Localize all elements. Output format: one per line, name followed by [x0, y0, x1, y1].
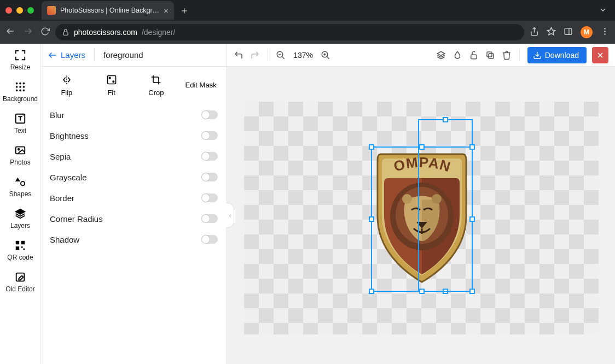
delete-icon[interactable]	[502, 50, 512, 60]
selection-handle[interactable]	[419, 289, 425, 294]
bookmark-icon[interactable]	[547, 27, 556, 38]
rail-photos[interactable]: Photos	[10, 144, 30, 166]
maximize-window-button[interactable]	[27, 7, 34, 14]
rail-qrcode[interactable]: QR code	[7, 239, 33, 261]
undo-button[interactable]	[234, 50, 243, 60]
zoom-value[interactable]: 137%	[292, 51, 314, 60]
rail-old-editor[interactable]: Old Editor	[5, 271, 34, 293]
profile-avatar[interactable]: M	[581, 26, 593, 38]
selection-handle[interactable]	[369, 216, 374, 222]
rail-background[interactable]: Background	[3, 81, 38, 103]
canvas-document[interactable]: COMPANY	[244, 102, 599, 334]
svg-point-12	[23, 83, 25, 85]
url-domain: photoscissors.com	[74, 28, 137, 37]
svg-point-8	[604, 31, 606, 32]
selection-handle[interactable]	[369, 144, 374, 150]
svg-rect-48	[487, 52, 492, 57]
prop-corner-radius: Corner Radius	[50, 208, 218, 229]
back-to-layers-link[interactable]: Layers	[48, 50, 85, 60]
tool-edit-mask[interactable]: Edit Mask	[182, 74, 220, 97]
download-button[interactable]: Download	[527, 47, 587, 63]
selection-handle[interactable]	[469, 216, 475, 222]
svg-rect-5	[565, 28, 572, 34]
toggle-blur[interactable]	[201, 110, 218, 119]
selection-handle[interactable]	[469, 289, 475, 294]
rail-layers[interactable]: Layers	[10, 208, 30, 230]
new-tab-button[interactable]: ＋	[179, 4, 189, 17]
foreground-layer-image[interactable]: COMPANY	[375, 151, 468, 284]
selection-handle[interactable]	[419, 144, 425, 150]
svg-rect-2	[63, 32, 68, 35]
tab-bar: PhotoScissors | Online Backgr… × ＋	[0, 0, 615, 21]
selection-handle[interactable]	[443, 289, 448, 294]
back-button[interactable]	[5, 26, 15, 38]
rail-shapes[interactable]: Shapes	[9, 176, 32, 198]
duplicate-icon[interactable]	[485, 50, 495, 60]
browser-actions: M	[530, 26, 610, 38]
tool-crop[interactable]: Crop	[137, 74, 175, 97]
close-editor-button[interactable]	[592, 47, 608, 63]
tool-fit[interactable]: Fit	[92, 74, 131, 97]
share-icon[interactable]	[530, 27, 539, 38]
svg-marker-45	[437, 51, 445, 56]
minimize-window-button[interactable]	[16, 7, 23, 14]
close-window-button[interactable]	[5, 7, 12, 14]
toggle-sepia[interactable]	[201, 152, 218, 161]
redo-button[interactable]	[250, 50, 260, 60]
svg-point-16	[16, 90, 18, 92]
side-panel: Layers foreground Flip Fit Crop Edit Mas…	[41, 44, 227, 364]
svg-rect-28	[21, 241, 25, 244]
svg-rect-31	[23, 249, 25, 250]
panel-collapse-handle[interactable]: ‹	[227, 203, 234, 228]
canvas-toolbar: 137% Download	[227, 44, 615, 67]
rail-resize[interactable]: Resize	[10, 49, 31, 71]
drop-icon[interactable]	[452, 50, 462, 60]
layers-icon[interactable]	[436, 50, 446, 60]
svg-point-56	[432, 194, 442, 204]
canvas-viewport[interactable]: ‹ COMPANY	[227, 67, 615, 364]
lock-icon	[62, 28, 69, 36]
svg-rect-30	[21, 246, 23, 248]
tabs-menu-icon[interactable]	[599, 5, 607, 16]
svg-point-25	[21, 181, 25, 185]
left-rail: Resize Background Text Photos Shapes Lay…	[0, 44, 41, 364]
toggle-brightness[interactable]	[201, 131, 218, 140]
window-controls	[5, 7, 34, 14]
panel-icon[interactable]	[564, 27, 573, 38]
svg-marker-24	[15, 178, 20, 181]
toggle-shadow[interactable]	[201, 235, 218, 244]
panel-header: Layers foreground	[41, 44, 227, 67]
url-field[interactable]: photoscissors.com/designer/	[55, 24, 524, 40]
svg-point-7	[604, 28, 606, 30]
svg-point-14	[19, 86, 21, 88]
close-tab-icon[interactable]: ×	[164, 6, 169, 15]
svg-marker-4	[547, 27, 555, 34]
svg-rect-27	[16, 241, 19, 244]
browser-tab[interactable]: PhotoScissors | Online Backgr… ×	[42, 1, 174, 20]
divider	[94, 49, 95, 62]
unlock-icon[interactable]	[469, 50, 479, 60]
prop-shadow: Shadow	[50, 229, 218, 250]
prop-blur: Blur	[50, 104, 218, 125]
layer-tools: Flip Fit Crop Edit Mask	[41, 67, 227, 102]
tab-title: PhotoScissors | Online Backgr…	[60, 7, 159, 14]
zoom-out-button[interactable]	[276, 50, 286, 60]
svg-rect-46	[471, 55, 477, 59]
toggle-corner-radius[interactable]	[201, 214, 218, 223]
kebab-menu-icon[interactable]	[600, 27, 610, 38]
selection-handle[interactable]	[369, 289, 374, 294]
svg-point-10	[16, 83, 18, 85]
toggle-border[interactable]	[201, 193, 218, 202]
reload-button[interactable]	[40, 27, 50, 38]
svg-point-11	[19, 83, 21, 85]
svg-point-17	[19, 90, 21, 92]
svg-rect-29	[16, 246, 19, 250]
toggle-grayscale[interactable]	[201, 173, 218, 181]
selection-handle[interactable]	[469, 144, 475, 150]
zoom-in-button[interactable]	[321, 50, 330, 60]
svg-point-23	[18, 149, 20, 150]
tool-flip[interactable]: Flip	[48, 74, 86, 97]
selection-handle[interactable]	[443, 117, 448, 122]
url-path: /designer/	[142, 28, 175, 37]
rail-text[interactable]: Text	[14, 113, 26, 134]
